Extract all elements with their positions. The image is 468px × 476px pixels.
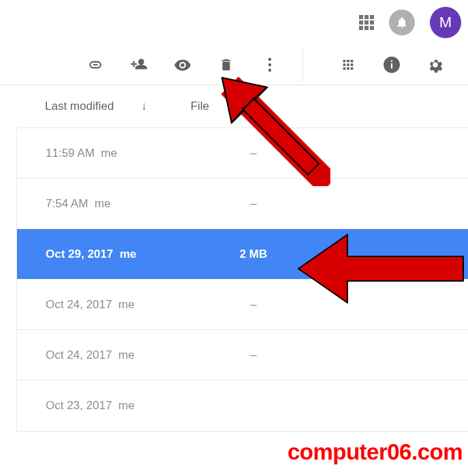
avatar[interactable]: M [430,7,461,38]
svg-point-1 [268,63,271,65]
row-size: – [216,298,291,312]
preview-button[interactable] [166,48,199,81]
svg-point-2 [268,68,271,71]
settings-button[interactable] [419,48,452,81]
row-owner: me [101,147,117,160]
watermark: computer06.com [287,439,463,465]
google-apps-icon[interactable] [359,15,374,30]
row-size: – [216,197,291,211]
more-actions-button[interactable] [253,48,286,81]
row-modified: Oct 23, 2017 [46,399,112,412]
view-details-button[interactable] [375,48,408,81]
table-row[interactable]: 7:54 AM me – [17,179,468,229]
get-link-button[interactable] [79,48,112,81]
row-owner: me [120,248,137,261]
file-list: 11:59 AM me – 7:54 AM me – Oct 29, 2017 … [16,128,468,432]
table-row[interactable]: Oct 24, 2017 me – [17,280,468,330]
grid-view-button[interactable] [332,48,364,81]
table-row[interactable]: 11:59 AM me – [17,128,468,179]
row-owner: me [119,348,135,361]
share-button[interactable] [123,48,155,81]
row-size: 2 MB [216,248,291,261]
row-size: – [216,348,291,362]
sort-descending-icon[interactable]: ↓ [141,100,147,113]
row-modified: Oct 24, 2017 [46,348,112,361]
row-modified: 11:59 AM [46,147,95,160]
avatar-letter: M [439,14,452,31]
table-row[interactable]: Oct 24, 2017 me – [17,330,468,381]
row-owner: me [119,399,135,412]
row-owner: me [119,298,135,311]
notifications-icon[interactable] [389,10,415,35]
row-size: – [216,147,291,160]
action-toolbar [0,44,468,85]
svg-point-0 [268,57,271,60]
toolbar-separator [302,48,303,81]
svg-rect-5 [391,60,392,61]
row-modified: 7:54 AM [46,197,88,210]
row-modified: Oct 24, 2017 [46,298,112,311]
row-modified: Oct 29, 2017 [46,248,113,261]
delete-button[interactable] [210,48,243,81]
table-row[interactable]: Oct 23, 2017 me [17,381,468,431]
svg-rect-4 [391,63,392,68]
column-size[interactable]: File [191,100,209,113]
table-row-selected[interactable]: Oct 29, 2017 me 2 MB [17,229,468,280]
column-header-row: Last modified ↓ File [16,85,468,128]
column-modified[interactable]: Last modified [45,100,114,113]
row-owner: me [95,197,111,210]
